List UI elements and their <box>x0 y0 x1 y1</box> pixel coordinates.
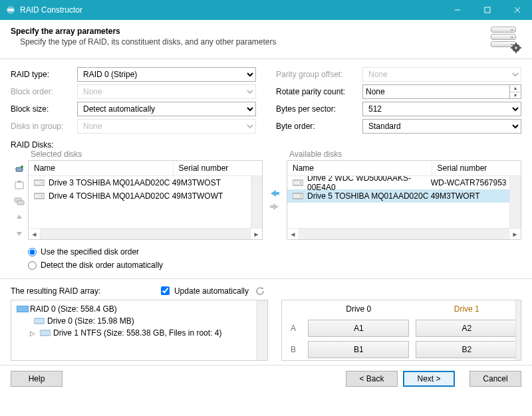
expand-caret[interactable]: ▷ <box>30 330 37 337</box>
disk-icon <box>293 179 303 186</box>
disks-in-group-label: Disks in group: <box>11 122 77 131</box>
block-size-select[interactable]: Detect automatically <box>77 102 256 116</box>
byte-order-label: Byte order: <box>276 122 362 131</box>
refresh-button[interactable] <box>254 285 266 297</box>
rotate-parity-row: Rotate parity count: ▲▼ <box>276 83 521 100</box>
update-auto-checkbox[interactable]: Update automatically <box>158 284 249 297</box>
result-tree[interactable]: RAID 0 (Size: 558.4 GB) Drive 0 (Size: 1… <box>11 300 268 361</box>
available-row[interactable]: Drive 2 WDC WD5000AAKS-00E4A0 WD-WCATR75… <box>287 176 521 189</box>
block-size-row: Block size: Detect automatically <box>11 100 256 118</box>
map-cell[interactable]: B2 <box>416 341 517 358</box>
block-order-label: Block order: <box>11 87 77 96</box>
selected-row[interactable]: Drive 3 TOSHIBA MQ01AAD020C 49M3TWOST <box>29 176 262 189</box>
selected-disks-toolbar <box>11 160 28 240</box>
wizard-header: Specify the array parameters Specify the… <box>0 20 532 59</box>
move-right-button[interactable] <box>268 202 281 211</box>
tree-vscroll[interactable] <box>256 300 267 360</box>
svg-rect-11 <box>519 47 521 49</box>
svg-rect-28 <box>17 306 29 312</box>
map-header-drive0: Drive 0 <box>305 300 413 318</box>
close-button[interactable] <box>502 0 532 20</box>
available-disks-label: Available disks <box>289 150 521 159</box>
svg-rect-24 <box>293 180 303 185</box>
svg-rect-22 <box>275 192 279 195</box>
move-up-button[interactable] <box>13 211 26 224</box>
available-disks-list[interactable]: Name Serial number Drive 2 WDC WD5000AAK… <box>287 160 521 240</box>
disk-icon <box>34 179 45 186</box>
block-order-select: None <box>77 84 256 99</box>
next-button[interactable]: Next > <box>403 371 455 387</box>
svg-point-19 <box>41 182 43 183</box>
available-hscroll[interactable]: ◄► <box>287 228 521 239</box>
svg-rect-10 <box>511 47 513 49</box>
add-disk-button[interactable] <box>13 163 26 176</box>
available-header-name[interactable]: Name <box>287 161 432 175</box>
map-cell[interactable]: A2 <box>416 320 517 337</box>
selected-vscroll[interactable] <box>251 176 262 228</box>
bytes-per-sector-select[interactable]: 512 <box>362 102 521 116</box>
disks-in-group-row: Disks in group: None <box>11 118 256 135</box>
minimize-button[interactable] <box>442 0 472 20</box>
svg-rect-23 <box>270 205 274 208</box>
selected-disks-list[interactable]: Name Serial number Drive 3 TOSHIBA MQ01A… <box>28 160 263 240</box>
raid-type-row: RAID type: RAID 0 (Stripe) <box>11 66 256 83</box>
svg-rect-17 <box>17 201 24 205</box>
rotate-parity-input[interactable] <box>362 84 510 99</box>
map-cell[interactable]: A1 <box>308 320 410 337</box>
svg-point-25 <box>300 182 301 183</box>
bytes-per-sector-label: Bytes per sector: <box>276 104 362 114</box>
block-order-row: Block order: None <box>11 83 256 100</box>
rotate-parity-spinner[interactable]: ▲▼ <box>510 84 521 99</box>
svg-point-7 <box>515 47 517 49</box>
move-down-button[interactable] <box>13 227 26 240</box>
move-left-button[interactable] <box>268 189 281 198</box>
selected-header-serial[interactable]: Serial number <box>174 161 262 175</box>
svg-point-27 <box>300 195 301 197</box>
wizard-footer: Help < Back Next > Cancel <box>0 365 532 392</box>
maximize-button[interactable] <box>472 0 502 20</box>
raid-type-label: RAID type: <box>11 70 77 79</box>
bytes-per-sector-row: Bytes per sector: 512 <box>276 100 521 118</box>
copy-disk-button[interactable] <box>13 195 26 208</box>
byte-order-row: Byte order: Standard <box>276 118 521 135</box>
selected-hscroll[interactable]: ◄► <box>29 228 262 239</box>
page-title: Specify the array parameters <box>11 27 491 36</box>
use-specified-order-radio[interactable]: Use the specified disk order <box>28 245 521 259</box>
parity-offset-label: Parity group offset: <box>276 70 362 79</box>
svg-rect-30 <box>40 330 51 336</box>
svg-rect-3 <box>485 7 490 13</box>
parity-offset-select: None <box>362 67 521 82</box>
svg-rect-1 <box>7 9 14 11</box>
titlebar: RAID Constructor <box>0 0 532 20</box>
resulting-array-label: The resulting RAID array: <box>11 286 100 296</box>
map-header-drive1: Drive 1 <box>412 300 521 318</box>
detect-order-radio[interactable]: Detect the disk order automatically <box>28 259 521 272</box>
selected-header-name[interactable]: Name <box>29 161 174 175</box>
raid-disks-label: RAID Disks: <box>11 140 521 150</box>
available-row[interactable]: Drive 5 TOSHIBA MQ01AAD020C 49M3TWORT <box>287 189 521 203</box>
svg-rect-9 <box>515 51 517 53</box>
svg-rect-18 <box>34 180 45 185</box>
byte-order-select[interactable]: Standard <box>362 119 521 134</box>
svg-rect-26 <box>293 193 303 199</box>
help-button[interactable]: Help <box>11 371 63 387</box>
map-vscroll[interactable] <box>515 300 521 360</box>
svg-rect-20 <box>34 193 45 199</box>
available-header-serial[interactable]: Serial number <box>432 161 521 175</box>
disks-in-group-select: None <box>77 119 256 134</box>
remove-disk-button[interactable] <box>13 179 26 192</box>
raid-type-select[interactable]: RAID 0 (Stripe) <box>77 67 256 82</box>
back-button[interactable]: < Back <box>346 371 398 387</box>
available-vscroll[interactable] <box>509 176 521 228</box>
selected-row[interactable]: Drive 4 TOSHIBA MQ01AAD020C 49M3TWOWT <box>29 189 262 203</box>
parity-offset-row: Parity group offset: None <box>276 66 521 83</box>
cancel-button[interactable]: Cancel <box>469 371 521 387</box>
app-icon <box>5 5 16 15</box>
disk-icon <box>293 193 303 199</box>
svg-rect-15 <box>15 182 23 189</box>
svg-point-21 <box>41 195 43 197</box>
window-title: RAID Constructor <box>20 5 442 15</box>
disk-icon <box>34 193 45 199</box>
map-cell[interactable]: B1 <box>308 341 410 358</box>
svg-rect-8 <box>515 43 517 45</box>
